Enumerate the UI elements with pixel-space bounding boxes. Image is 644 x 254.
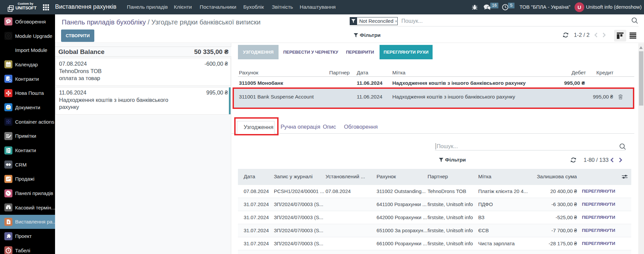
svg-text:$: $ (8, 220, 9, 224)
